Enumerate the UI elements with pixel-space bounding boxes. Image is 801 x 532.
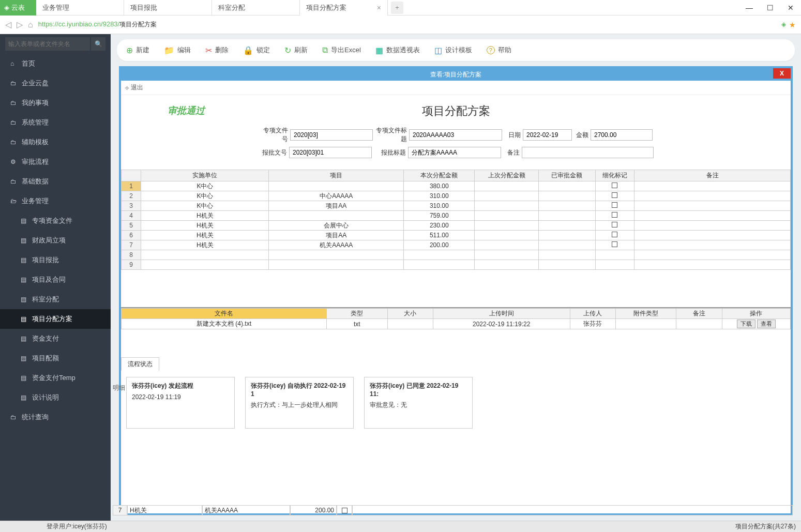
sidebar-sub-8[interactable]: ▤资金支付Temp [0,368,111,388]
window-close[interactable]: ✕ [780,0,801,16]
table-row[interactable]: 7H机关机关AAAAA200.00 [122,240,791,250]
plus-icon: ⊕ [126,45,133,55]
checkbox-icon[interactable] [612,241,617,247]
table-row[interactable]: 6H机关项目AA511.00 [122,231,791,240]
col-last[interactable]: 上次分配金额 [475,170,538,181]
refresh-button[interactable]: ↻刷新 [284,45,308,55]
detail-table: 实施单位 项目 本次分配金额 上次分配金额 已审批金额 细化标记 备注 1K中心… [121,170,791,270]
view-modal: 查看:项目分配方案 X ⎆ 退出 审批通过 项目分配方案 专项文件号 专项文件标… [119,66,793,515]
table-row[interactable]: 2K中心中心AAAAA310.00 [122,191,791,201]
col-filename[interactable]: 文件名 [122,309,327,319]
sidebar-sub-2[interactable]: ▤项目报批 [0,250,111,270]
input-filetitle[interactable] [409,129,502,141]
design-icon: ◫ [434,45,442,55]
flow-icon: ⚙ [10,158,22,165]
table-row[interactable]: 5H机关会展中心230.00 [122,221,791,231]
view-button[interactable]: 查看 [757,320,776,328]
sidebar-sub-6[interactable]: ▤资金支付 [0,329,111,348]
sidebar-sub-5[interactable]: ▤项目分配方案 [0,309,111,329]
label-filenum: 专项文件号 [259,126,290,144]
window-minimize[interactable]: — [739,0,760,16]
table-row[interactable]: 9 [122,260,791,270]
checkbox-icon[interactable] [342,508,347,513]
sidebar-item-sysmgmt[interactable]: 🗀系统管理 [0,113,111,132]
record-count: 项目分配方案(共27条) [735,522,796,531]
label-approveno: 报批文号 [258,148,289,157]
col-approved[interactable]: 已审批金额 [538,170,595,181]
label-remark: 备注 [501,148,522,157]
tab-dept[interactable]: 科室分配 [212,0,300,16]
export-button[interactable]: ⧉导出Excel [322,45,361,55]
sidebar-item-home[interactable]: ⌂首页 [0,54,111,73]
sidebar-item-mytasks[interactable]: 🗀我的事项 [0,93,111,113]
window-maximize[interactable]: ☐ [760,0,780,16]
sidebar-sub-7[interactable]: ▤项目配额 [0,348,111,368]
table-row[interactable]: 1K中心380.00 [122,181,791,191]
col-flag[interactable]: 细化标记 [595,170,634,181]
sidebar-sub-0[interactable]: ▤专项资金文件 [0,211,111,231]
sidebar-sub-3[interactable]: ▤项目及合同 [0,270,111,290]
sidebar-sub-1[interactable]: ▤财政局立项 [0,231,111,250]
modal-close-button[interactable]: X [773,68,791,79]
folder-icon: 📁 [164,45,174,55]
search-input[interactable] [5,37,90,51]
exit-button[interactable]: ⎆ 退出 [121,81,791,95]
tab-approval[interactable]: 项目报批 [124,0,212,16]
delete-button[interactable]: ✂删除 [205,45,229,55]
sidebar-sub-9[interactable]: ▤设计说明 [0,388,111,407]
sidebar-item-template[interactable]: 🗀辅助模板 [0,132,111,152]
sidebar-item-flow[interactable]: ⚙审批流程 [0,152,111,172]
tab-allocation[interactable]: 项目分配方案 × [300,0,388,16]
workflow-card: 张芬芬(icey) 发起流程2022-02-19 11:19 [126,377,235,429]
checkbox-icon[interactable] [612,183,617,188]
download-button[interactable]: 下载 [737,320,755,328]
attachment-row[interactable]: 新建文本文档 (4).txt txt 2022-02-19 11:19:22 张… [122,319,791,329]
checkbox-icon[interactable] [612,222,617,227]
checkbox-icon[interactable] [612,192,617,198]
modal-title-bar: 查看:项目分配方案 X [121,68,791,81]
lock-button[interactable]: 🔒锁定 [243,45,270,55]
favorite-icon[interactable]: ★ [789,21,796,29]
home-icon[interactable]: ⌂ [28,20,33,29]
checkbox-icon[interactable] [612,232,617,237]
workflow-status-tab[interactable]: 流程状态 [121,357,159,371]
sidebar-item-basedata[interactable]: 🗀基础数据 [0,172,111,191]
folder-icon: 🗀 [10,139,22,146]
col-unit[interactable]: 实施单位 [141,170,269,181]
form-title: 项目分配方案 [130,103,781,119]
input-amount[interactable] [591,129,653,141]
nav-back-icon[interactable]: ◁ [5,20,11,29]
table-row[interactable]: 3K中心项目AA310.00 [122,201,791,211]
input-filenum[interactable] [290,129,373,141]
table-row[interactable]: 8 [122,250,791,260]
nav-forward-icon[interactable]: ▷ [17,20,23,29]
col-this[interactable]: 本次分配金额 [404,170,475,181]
tab-add-button[interactable]: + [391,2,403,14]
input-remark[interactable] [522,147,654,158]
search-icon[interactable]: 🔍 [91,37,105,51]
col-project[interactable]: 项目 [269,170,404,181]
diamond-icon[interactable]: ◈ [781,21,786,29]
help-button[interactable]: ?帮助 [487,45,511,55]
checkbox-icon[interactable] [612,212,617,218]
sidebar-item-business[interactable]: 🗁业务管理 [0,191,111,211]
design-button[interactable]: ◫设计模板 [434,45,472,55]
input-date[interactable] [523,129,572,141]
input-approvetitle[interactable] [408,147,501,158]
sidebar: 🔍 ⌂首页 🗀企业云盘 🗀我的事项 🗀系统管理 🗀辅助模板 ⚙审批流程 🗀基础数… [0,34,111,521]
sidebar-sub-4[interactable]: ▤科室分配 [0,290,111,309]
export-icon: ⧉ [322,45,328,55]
tab-business[interactable]: 业务管理 [36,0,124,16]
tab-close-icon[interactable]: × [377,4,381,12]
login-user: 登录用户:icey(张芬芬) [47,522,107,531]
pivot-button[interactable]: ▦数据透视表 [375,45,420,55]
col-remark[interactable]: 备注 [634,170,791,181]
sidebar-item-stats[interactable]: 🗀统计查询 [0,407,111,427]
sidebar-item-cloud[interactable]: 🗀企业云盘 [0,73,111,93]
folder-icon: 🗀 [10,80,22,87]
table-row[interactable]: 4H机关759.00 [122,211,791,221]
edit-button[interactable]: 📁编辑 [164,45,191,55]
input-approveno[interactable] [289,147,372,158]
checkbox-icon[interactable] [612,202,617,208]
new-button[interactable]: ⊕新建 [126,45,149,55]
